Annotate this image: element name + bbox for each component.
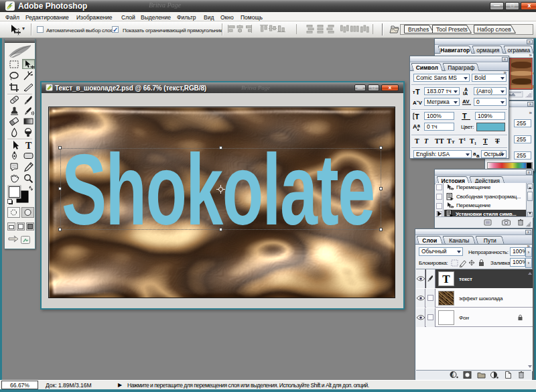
svg-text:T: T [459,137,464,145]
svg-text:T: T [470,137,474,145]
svg-text:a: a [417,123,420,128]
svg-text:A: A [413,123,417,130]
svg-text:1: 1 [474,141,476,145]
svg-text:T: T [424,137,429,145]
svg-text:a: a [476,153,480,158]
svg-text:AV: AV [462,99,470,105]
svg-text:T: T [462,112,467,120]
svg-text:IA: IA [463,91,468,95]
svg-text:AˇV: AˇV [413,100,422,106]
svg-text:T: T [483,137,488,145]
svg-text:T: T [415,137,419,145]
svg-text:1: 1 [464,137,466,141]
svg-text:T: T [452,139,455,145]
svg-text:Набор слоев: Набор слоев [477,26,511,33]
svg-text:T: T [25,141,32,150]
svg-text:TT: TT [435,137,444,145]
svg-text:T: T [447,137,452,145]
svg-text:T: T [415,113,419,120]
svg-text:T: T [495,137,500,145]
svg-text:Brushes: Brushes [408,26,429,33]
svg-text:Tool Presets: Tool Presets [436,26,468,33]
svg-text:T: T [415,88,420,95]
